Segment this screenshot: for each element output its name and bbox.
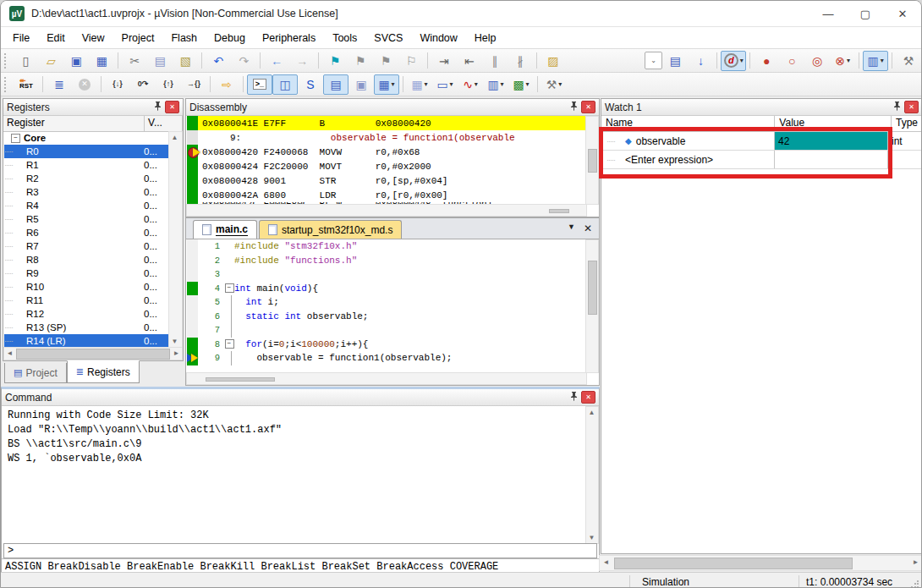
disassembly-line[interactable]: 0x0800041E E7FF B 0x08000420: [187, 116, 586, 130]
editor-vscrollbar[interactable]: [585, 239, 599, 373]
close-icon[interactable]: ✕: [581, 391, 595, 404]
watch-value-cell[interactable]: [775, 151, 888, 168]
prev-bookmark-button[interactable]: ⚑: [373, 51, 398, 71]
fold-margin[interactable]: −: [224, 338, 234, 352]
dropdown-arrow-icon[interactable]: ▾: [392, 81, 395, 88]
register-row-r4[interactable]: ·····R40...: [4, 199, 169, 212]
register-row-r14-lr-[interactable]: ·····R14 (LR)0...: [4, 334, 169, 348]
register-group-core[interactable]: −Core: [4, 131, 169, 145]
insert-bookmark-button[interactable]: ⚑: [322, 51, 348, 71]
uncomment-selection-button[interactable]: ∦: [508, 51, 533, 71]
fold-margin[interactable]: [224, 295, 234, 310]
save-all-button[interactable]: ▦: [89, 51, 114, 71]
window-layout-button[interactable]: ▥▾: [863, 51, 888, 71]
undo-button[interactable]: ↶: [206, 51, 231, 71]
register-row-r10[interactable]: ·····R100...: [4, 280, 169, 294]
menu-peripherals[interactable]: Peripherals: [254, 30, 324, 47]
code-line[interactable]: 6 static int observable;: [187, 310, 586, 324]
search-combo[interactable]: ⌄: [645, 52, 663, 69]
disassembly-line[interactable]: 0x0800042A 6800 LDR r0,[r0,#0x00]: [187, 188, 586, 202]
scroll-down-icon[interactable]: ▼: [586, 532, 597, 543]
type-column-header[interactable]: Type: [892, 116, 922, 131]
menu-view[interactable]: View: [74, 30, 113, 47]
next-bookmark-button[interactable]: ⚑: [348, 51, 373, 71]
code-line[interactable]: 8− for(i=0;i<100000;i++){: [187, 338, 586, 352]
register-row-r8[interactable]: ·····R80...: [4, 253, 169, 267]
configure-target-button[interactable]: ⚒: [896, 51, 921, 71]
dropdown-arrow-icon[interactable]: ▾: [501, 81, 504, 88]
menu-tools[interactable]: Tools: [324, 30, 365, 47]
minimize-button[interactable]: —: [809, 2, 847, 25]
dropdown-arrow-icon[interactable]: ▾: [558, 81, 562, 88]
disable-breakpoint-button[interactable]: ○: [779, 51, 804, 71]
kill-all-breakpoints-button[interactable]: ⊗▾: [830, 51, 855, 71]
maximize-button[interactable]: ▢: [847, 2, 884, 25]
register-row-r11[interactable]: ·····R110...: [4, 294, 169, 307]
command-vscrollbar[interactable]: ▲ ▼: [585, 406, 599, 544]
system-viewer-button[interactable]: ▥▾: [483, 74, 508, 95]
toolbar-grip[interactable]: [4, 53, 9, 69]
register-row-r2[interactable]: ·····R20...: [4, 172, 169, 185]
run-button[interactable]: ⇨: [214, 74, 239, 95]
menu-edit[interactable]: Edit: [38, 30, 74, 47]
register-row-r6[interactable]: ·····R60...: [4, 226, 169, 239]
tab-project[interactable]: ▤Project: [4, 363, 67, 383]
toolbar-grip[interactable]: [4, 77, 10, 92]
watch-value-cell[interactable]: 42: [775, 132, 888, 150]
watch-row[interactable]: ·····<Enter expression>: [601, 151, 922, 169]
fold-margin[interactable]: [224, 239, 234, 254]
disable-all-breakpoints-button[interactable]: ◎: [804, 51, 830, 71]
step-over-button[interactable]: 0↷: [130, 74, 156, 95]
registers-vscrollbar[interactable]: ▲ ▼: [168, 131, 183, 348]
fold-margin[interactable]: −: [224, 282, 234, 296]
code-line[interactable]: 3: [187, 267, 586, 282]
menu-file[interactable]: File: [4, 30, 38, 47]
disassembly-line[interactable]: 9: observable = function1(observable: [187, 130, 586, 145]
fold-margin[interactable]: [224, 254, 234, 268]
disassembly-vscrollbar[interactable]: [585, 116, 599, 205]
start-stop-debug-button[interactable]: d▾: [721, 51, 746, 71]
lookup-reference-button[interactable]: ▤: [662, 51, 688, 71]
scroll-up-icon[interactable]: ▲: [586, 407, 597, 418]
code-line[interactable]: 9 observable = function1(observable);: [187, 351, 586, 365]
scroll-down-icon[interactable]: ▼: [169, 336, 180, 347]
register-row-r3[interactable]: ·····R30...: [4, 185, 169, 199]
disassembly-line[interactable]: 0x08000424 F2C20000 MOVT r0,#0x2000: [187, 159, 586, 173]
scroll-up-icon[interactable]: ▲: [169, 132, 180, 143]
show-next-statement-button[interactable]: ≣: [47, 74, 72, 95]
dropdown-arrow-icon[interactable]: ▾: [526, 81, 530, 88]
symbol-window-button[interactable]: S: [298, 74, 323, 95]
paste-button[interactable]: ▧: [173, 51, 198, 71]
close-button[interactable]: ✕: [884, 2, 921, 25]
register-row-r9[interactable]: ·····R90...: [4, 267, 169, 280]
copy-button[interactable]: ▤: [147, 51, 173, 71]
code-line[interactable]: 7: [187, 323, 586, 338]
watch-row[interactable]: ·····◆observable42int: [601, 132, 922, 151]
code-line[interactable]: 2#include "functions.h": [187, 254, 586, 268]
dropdown-arrow-icon[interactable]: ▾: [740, 58, 744, 64]
redo-button[interactable]: ↷: [231, 51, 256, 71]
fold-margin[interactable]: [224, 267, 234, 282]
registers-hscrollbar[interactable]: ◄ ►: [3, 347, 183, 360]
register-row-r7[interactable]: ·····R70...: [4, 239, 169, 253]
pin-icon[interactable]: [154, 102, 162, 113]
watch-window-button[interactable]: ▦▾: [374, 74, 399, 95]
fold-collapse-icon[interactable]: −: [225, 339, 234, 349]
register-row-r0[interactable]: ·····R00...: [4, 145, 169, 158]
new-file-button[interactable]: ▯: [13, 51, 38, 71]
scroll-right-icon[interactable]: ►: [171, 348, 182, 359]
scroll-left-icon[interactable]: ◄: [601, 557, 612, 568]
bottom-hscrollbar[interactable]: ◄ ►: [599, 555, 922, 571]
value-column-header[interactable]: Value: [775, 116, 892, 131]
command-input[interactable]: >: [3, 543, 597, 558]
disassembly-code[interactable]: 0x0800041E E7FF B 0x08000420 9: observab…: [187, 116, 586, 205]
serial-window-button[interactable]: ▭▾: [432, 74, 458, 95]
memory-window-button[interactable]: ▦▾: [407, 74, 432, 95]
pin-icon[interactable]: [570, 102, 578, 113]
menu-flash[interactable]: Flash: [162, 30, 206, 47]
disassembly-window-button[interactable]: ◫: [272, 74, 298, 95]
editor-hscrollbar[interactable]: [186, 372, 587, 385]
register-row-r5[interactable]: ·····R50...: [4, 212, 169, 226]
call-stack-window-button[interactable]: ▣: [348, 74, 374, 95]
disassembly-line[interactable]: 0x08000428 9001 STR r0,[sp,#0x04]: [187, 173, 586, 188]
